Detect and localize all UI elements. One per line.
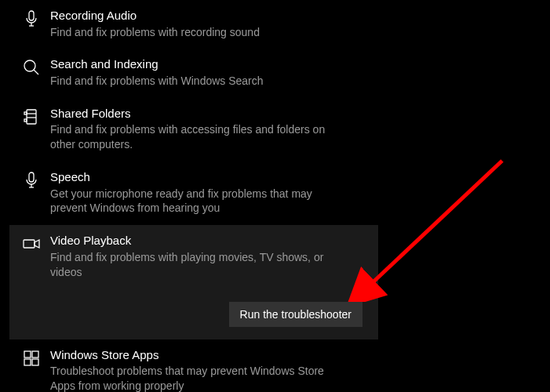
item-search-indexing[interactable]: Search and Indexing Find and fix problem…: [9, 49, 378, 97]
item-speech[interactable]: Speech Get your microphone ready and fix…: [9, 162, 378, 225]
item-desc: Get your microphone ready and fix proble…: [50, 187, 341, 216]
item-shared-folders[interactable]: Shared Folders Find and fix problems wit…: [9, 98, 378, 162]
troubleshooter-list: Recording Audio Find and fix problems wi…: [0, 0, 550, 392]
svg-point-3: [24, 60, 35, 71]
item-title: Search and Indexing: [50, 56, 372, 72]
item-title: Speech: [50, 169, 372, 185]
item-desc: Troubleshoot problems that may prevent W…: [50, 364, 341, 392]
svg-rect-13: [24, 240, 35, 248]
item-video-playback[interactable]: Video Playback Find and fix problems wit…: [9, 225, 378, 339]
item-desc: Find and fix problems with Windows Searc…: [50, 74, 341, 89]
svg-rect-10: [29, 172, 34, 182]
microphone-icon: [16, 8, 47, 28]
svg-rect-18: [32, 359, 38, 365]
microphone-icon: [16, 169, 47, 190]
folder-icon: [16, 106, 47, 126]
svg-rect-15: [24, 351, 31, 358]
svg-rect-8: [24, 112, 27, 114]
video-icon: [16, 233, 47, 253]
item-recording-audio[interactable]: Recording Audio Find and fix problems wi…: [9, 0, 378, 49]
item-desc: Find and fix problems with playing movie…: [50, 250, 341, 280]
item-windows-store-apps[interactable]: Windows Store Apps Troubleshoot problems…: [9, 339, 378, 392]
svg-rect-5: [27, 110, 36, 124]
item-title: Recording Audio: [50, 8, 372, 24]
svg-rect-16: [32, 351, 38, 358]
svg-marker-14: [35, 240, 39, 248]
item-title: Windows Store Apps: [50, 347, 372, 363]
item-desc: Find and fix problems with recording sou…: [50, 25, 341, 40]
svg-line-4: [34, 70, 38, 74]
svg-rect-0: [29, 11, 34, 20]
item-title: Video Playback: [50, 233, 372, 249]
item-desc: Find and fix problems with accessing fil…: [50, 122, 341, 152]
search-icon: [16, 56, 47, 77]
run-troubleshooter-button[interactable]: Run the troubleshooter: [229, 302, 362, 327]
svg-rect-9: [24, 119, 27, 122]
apps-icon: [16, 347, 47, 368]
svg-rect-17: [24, 359, 31, 365]
item-title: Shared Folders: [50, 106, 372, 122]
